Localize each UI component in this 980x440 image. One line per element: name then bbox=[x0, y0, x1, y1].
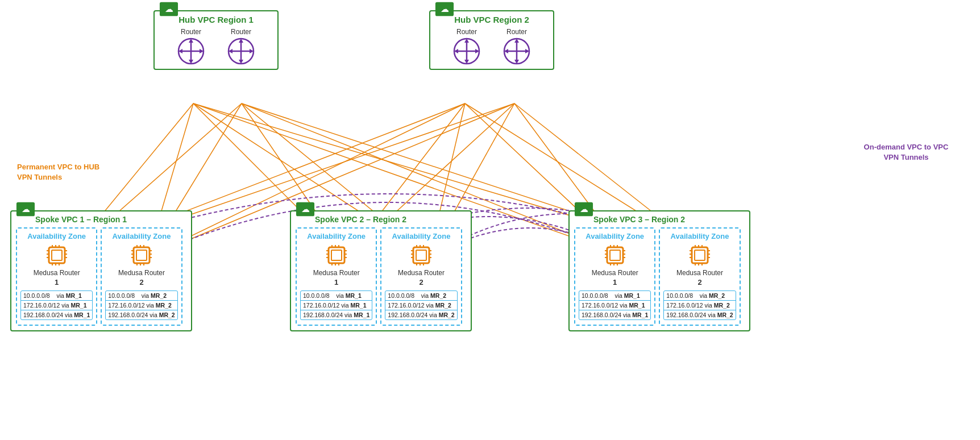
hub1-router1-icon bbox=[177, 37, 205, 65]
svg-rect-103 bbox=[416, 250, 426, 260]
hub1-router2-label: Router bbox=[231, 28, 251, 36]
svg-rect-119 bbox=[610, 250, 620, 260]
spoke2-az1-title: Availability Zone bbox=[307, 232, 366, 240]
spoke3-az1-medusa-label: Medusa Router1 bbox=[592, 269, 638, 287]
hub-vpc-1: ☁ Hub VPC Region 1 Router Router bbox=[153, 10, 279, 70]
spoke3-az2-medusa-icon bbox=[687, 243, 712, 268]
cloud-icon-spoke3: ☁ bbox=[574, 201, 593, 217]
spoke1-az2-routes: 10.0.0.0/8 via MR_2 172.16.0.0/12 via MR… bbox=[105, 290, 177, 320]
spoke2-az-container: Availability Zone Me bbox=[291, 224, 471, 330]
spoke1-az1-title: Availability Zone bbox=[27, 232, 86, 240]
route-row: 172.16.0.0/12 via MR_1 bbox=[579, 301, 650, 310]
spoke2-az1-routes: 10.0.0.0/8 via MR_1 172.16.0.0/12 via MR… bbox=[300, 290, 372, 320]
diagram-container: ☁ Hub VPC Region 1 Router Router bbox=[0, 0, 980, 440]
spoke1-az1: Availability Zone bbox=[16, 227, 97, 326]
svg-rect-133 bbox=[695, 250, 705, 260]
spoke3-az1-medusa-icon bbox=[603, 243, 628, 268]
legend-purple: On-demand VPC to VPCVPN Tunnels bbox=[849, 142, 963, 163]
legend-orange: Permanent VPC to HUBVPN Tunnels bbox=[17, 162, 99, 182]
spoke3-az1-routes: 10.0.0.0/8 via MR_1 172.16.0.0/12 via MR… bbox=[579, 290, 651, 320]
route-row: 192.168.0.0/24 via MR_1 bbox=[579, 310, 650, 319]
spoke3-az2-routes: 10.0.0.0/8 via MR_2 172.16.0.0/12 via MR… bbox=[663, 290, 736, 320]
spoke-vpc-2: ☁ Spoke VPC 2 – Region 2 Availability Zo… bbox=[290, 210, 472, 331]
hub1-router2-icon bbox=[227, 37, 255, 65]
spoke2-az2-medusa-icon bbox=[409, 243, 434, 268]
spoke-vpc-3: ☁ Spoke VPC 3 – Region 2 Availability Zo… bbox=[568, 210, 750, 331]
hub1-router1: Router bbox=[177, 28, 205, 65]
spoke3-az1: Availability Zone Me bbox=[574, 227, 655, 326]
route-row: 172.16.0.0/12 via MR_2 bbox=[664, 301, 735, 310]
cloud-icon-hub1: ☁ bbox=[159, 1, 178, 17]
spoke3-az2-medusa-label: Medusa Router2 bbox=[676, 269, 723, 287]
spoke2-az1-medusa-label: Medusa Router1 bbox=[313, 269, 360, 287]
svg-text:☁: ☁ bbox=[301, 204, 310, 214]
spoke3-label: Spoke VPC 3 – Region 2 bbox=[593, 215, 749, 224]
hub2-routers: Router Router bbox=[430, 24, 553, 69]
hub2-router2: Router bbox=[503, 28, 531, 65]
route-row: 172.16.0.0/12 via MR_1 bbox=[21, 301, 92, 310]
spoke2-az2-routes: 10.0.0.0/8 via MR_2 172.16.0.0/12 via MR… bbox=[385, 290, 457, 320]
legend-purple-text: On-demand VPC to VPCVPN Tunnels bbox=[864, 143, 949, 161]
hub-vpc-2: ☁ Hub VPC Region 2 Router Router bbox=[429, 10, 554, 70]
spoke1-az2-medusa-icon bbox=[129, 243, 154, 268]
route-row: 192.168.0.0/24 via MR_2 bbox=[106, 310, 177, 319]
spoke3-az2-title: Availability Zone bbox=[671, 232, 729, 240]
route-row: 10.0.0.0/8 via MR_1 bbox=[301, 291, 372, 301]
spoke2-az2: Availability Zone Me bbox=[380, 227, 462, 326]
spoke1-label: Spoke VPC 1 – Region 1 bbox=[35, 215, 191, 224]
cloud-icon-hub2: ☁ bbox=[435, 1, 454, 17]
spoke1-az2-medusa-label: Medusa Router2 bbox=[118, 269, 165, 287]
spoke3-az1-title: Availability Zone bbox=[585, 232, 644, 240]
route-row: 10.0.0.0/8 via MR_1 bbox=[579, 291, 650, 301]
svg-text:☁: ☁ bbox=[22, 204, 30, 214]
hub1-routers: Router Router bbox=[155, 24, 277, 69]
hub1-router2: Router bbox=[227, 28, 255, 65]
spoke1-az2: Availability Zone Me bbox=[101, 227, 182, 326]
hub1-router1-label: Router bbox=[181, 28, 201, 36]
cloud-icon-spoke1: ☁ bbox=[16, 201, 35, 217]
route-row: 172.16.0.0/12 via MR_2 bbox=[385, 301, 456, 310]
route-row: 172.16.0.0/12 via MR_1 bbox=[301, 301, 372, 310]
spoke2-az1: Availability Zone Me bbox=[296, 227, 377, 326]
spoke2-az2-title: Availability Zone bbox=[392, 232, 451, 240]
route-row: 10.0.0.0/8 via MR_2 bbox=[664, 291, 735, 301]
spoke3-az-container: Availability Zone Me bbox=[570, 224, 749, 330]
svg-rect-59 bbox=[52, 250, 62, 260]
spoke2-label: Spoke VPC 2 – Region 2 bbox=[315, 215, 471, 224]
spoke1-az2-title: Availability Zone bbox=[113, 232, 171, 240]
legend-orange-text: Permanent VPC to HUBVPN Tunnels bbox=[17, 163, 99, 181]
route-row: 10.0.0.0/8 via MR_2 bbox=[385, 291, 456, 301]
route-row: 192.168.0.0/24 via MR_2 bbox=[385, 310, 456, 319]
hub2-router2-label: Router bbox=[506, 28, 527, 36]
cloud-icon-spoke2: ☁ bbox=[296, 201, 315, 217]
spoke1-az1-medusa-label: Medusa Router1 bbox=[34, 269, 80, 287]
route-row: 10.0.0.0/8 via MR_1 bbox=[21, 291, 92, 301]
hub2-router2-icon bbox=[503, 37, 531, 65]
spoke1-az1-routes: 10.0.0.0/8 via MR_1 172.16.0.0/12 via MR… bbox=[20, 290, 93, 320]
hub2-router1-icon bbox=[452, 37, 481, 65]
svg-rect-89 bbox=[331, 250, 342, 260]
spoke1-az1-medusa-icon bbox=[44, 243, 69, 268]
svg-text:☁: ☁ bbox=[580, 204, 588, 214]
svg-text:☁: ☁ bbox=[441, 4, 449, 14]
route-row: 192.168.0.0/24 via MR_2 bbox=[664, 310, 735, 319]
route-row: 192.168.0.0/24 via MR_1 bbox=[21, 310, 92, 319]
route-row: 192.168.0.0/24 via MR_1 bbox=[301, 310, 372, 319]
spoke1-az-container: Availability Zone bbox=[11, 224, 191, 330]
svg-rect-73 bbox=[136, 250, 147, 260]
spoke2-az1-medusa-icon bbox=[324, 243, 349, 268]
spoke2-az2-medusa-label: Medusa Router2 bbox=[398, 269, 445, 287]
hub2-router1-label: Router bbox=[456, 28, 477, 36]
route-row: 10.0.0.0/8 via MR_2 bbox=[106, 291, 177, 301]
spoke-vpc-1: ☁ Spoke VPC 1 – Region 1 Availability Zo… bbox=[10, 210, 192, 331]
hub2-router1: Router bbox=[452, 28, 481, 65]
route-row: 172.16.0.0/12 via MR_2 bbox=[106, 301, 177, 310]
spoke3-az2: Availability Zone Me bbox=[659, 227, 740, 326]
svg-text:☁: ☁ bbox=[165, 4, 173, 14]
